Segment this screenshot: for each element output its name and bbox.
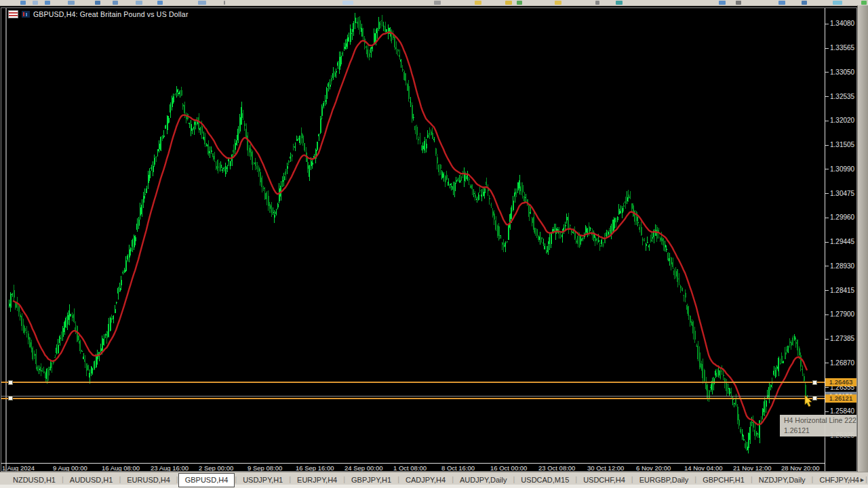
price-axis-label: 1.27385 <box>830 335 854 342</box>
object-tooltip: H4 Horizontal Line 2227 1.26121 <box>780 415 857 436</box>
time-axis-label: 23 Aug 16:00 <box>151 464 189 472</box>
price-tick <box>825 387 829 388</box>
horizontal-line-upper[interactable] <box>1 382 825 383</box>
chart-window: GBPUSD,H4: Great Britain Pound vs US Dol… <box>1 7 857 472</box>
tab-scroll-right-icon[interactable]: ► <box>859 476 865 484</box>
time-axis[interactable]: 1 Aug 20249 Aug 00:0016 Aug 08:0023 Aug … <box>1 464 825 471</box>
toolbar-icon-fragment <box>802 1 807 5</box>
tab-scroll-left-icon[interactable]: ◄ <box>846 476 852 484</box>
price-tick <box>825 169 829 169</box>
tab-gbpusd-h4[interactable]: GBPUSD,H4 <box>178 473 235 487</box>
price-axis-label: 1.25840 <box>830 407 854 415</box>
price-axis-label: 1.27900 <box>830 310 854 318</box>
price-tick <box>825 290 829 291</box>
toolbar-icon-fragment <box>45 1 50 5</box>
line-handle[interactable] <box>812 380 817 385</box>
mt4-application: { "window": { "title": "GBPUSD,H4: Great… <box>0 0 868 488</box>
bid-price-line <box>1 396 825 396</box>
toolbar-icon-fragment <box>224 1 225 5</box>
price-tick <box>825 339 829 340</box>
time-axis-label: 1 Oct 08:00 <box>393 464 427 472</box>
tab-gbpchf-h1[interactable]: GBPCHF,H1 <box>696 473 751 486</box>
price-tick <box>825 48 829 49</box>
tab-nzdusd-h1[interactable]: NZDUSD,H1 <box>7 473 62 486</box>
price-axis-label: 1.32535 <box>830 93 854 100</box>
tab-nzdjpy-daily[interactable]: NZDJPY,Daily <box>753 473 812 486</box>
toolbar-icon-fragment <box>434 1 441 5</box>
price-axis-label: 1.33050 <box>830 68 854 76</box>
toolbar-icon-fragment <box>736 1 741 5</box>
tab-cadjpy-h4[interactable]: CADJPY,H4 <box>399 473 452 486</box>
toolbar-icon-fragment <box>833 1 842 5</box>
price-tick <box>825 96 829 97</box>
toolbar-icon-fragment <box>113 1 118 5</box>
time-axis-label: 16 Oct 00:00 <box>490 464 527 472</box>
toolbar-icon-fragment <box>68 1 75 5</box>
price-axis-label: 1.33565 <box>830 44 854 52</box>
toolbar-icon-fragment <box>517 1 522 5</box>
moving-average-line[interactable] <box>14 32 807 425</box>
price-badge-line-upper: 1.26463 <box>825 378 856 386</box>
line-handle[interactable] <box>8 396 13 401</box>
price-tick <box>825 411 829 412</box>
time-axis-label: 9 Aug 00:00 <box>53 464 87 472</box>
mouse-cursor-icon <box>804 395 814 409</box>
price-axis-label: 1.28415 <box>830 287 854 294</box>
price-axis-label: 1.29445 <box>830 238 854 245</box>
time-axis-label: 9 Sep 08:00 <box>248 464 282 472</box>
chart-title-label: GBPUSD,H4: Great Britain Pound vs US Dol… <box>33 10 189 18</box>
window-right-edge <box>857 5 868 472</box>
toolbar-icon-fragment <box>95 1 100 5</box>
price-tick <box>825 266 829 266</box>
time-axis-label: 14 Nov 04:00 <box>684 464 723 472</box>
tab-eurusd-h4[interactable]: EURUSD,H4 <box>121 473 176 486</box>
time-axis-label: 6 Nov 20:00 <box>636 464 671 472</box>
chart-bars-icon <box>22 11 30 18</box>
time-axis-label: 23 Oct 08:00 <box>538 464 575 472</box>
toolbar-icon-fragment <box>861 1 867 5</box>
tab-scroll-buttons: ◄ ► <box>846 476 865 484</box>
tab-eurjpy-h4[interactable]: EURJPY,H4 <box>291 473 343 486</box>
toolbar-icon-fragment <box>616 1 623 5</box>
toolbar-icon-fragment <box>505 1 512 5</box>
price-tick <box>825 193 829 194</box>
tab-audjpy-daily[interactable]: AUDJPY,Daily <box>454 473 513 486</box>
time-axis-label: 2 Sep 00:00 <box>199 464 233 472</box>
tooltip-value: 1.26121 <box>784 426 856 436</box>
tab-usdcad-m15[interactable]: USDCAD,M15 <box>515 473 575 486</box>
tab-eurgbp-daily[interactable]: EURGBP,Daily <box>633 473 695 486</box>
price-tick <box>825 145 829 146</box>
price-tick <box>825 242 829 243</box>
price-axis-label: 1.30990 <box>830 165 854 173</box>
price-axis-label: 1.26870 <box>830 359 854 367</box>
tab-audusd-h1[interactable]: AUDUSD,H1 <box>64 473 119 486</box>
time-axis-label: 24 Sep 00:00 <box>344 464 383 472</box>
toolbar-icon-fragment <box>595 1 599 5</box>
price-badge-line-lower: 1.26121 <box>825 394 856 403</box>
tab-gbpjpy-h1[interactable]: GBPJPY,H1 <box>345 473 397 486</box>
time-axis-label: 30 Oct 12:00 <box>587 464 624 472</box>
chart-title: GBPUSD,H4: Great Britain Pound vs US Dol… <box>8 10 189 18</box>
price-tick <box>825 314 829 315</box>
price-axis-label: 1.28930 <box>830 262 854 270</box>
price-axis-label: 1.34080 <box>830 20 854 27</box>
price-tick <box>825 121 829 121</box>
line-handle[interactable] <box>8 380 13 385</box>
time-axis-label: 8 Oct 16:00 <box>441 464 475 472</box>
price-tick <box>825 24 829 24</box>
time-axis-label: 1 Aug 2024 <box>2 464 35 472</box>
tab-usdchf-h4[interactable]: USDCHF,H4 <box>577 473 631 486</box>
price-axis-label: 1.29960 <box>830 214 854 221</box>
toolbar-icon-fragment <box>555 1 561 5</box>
price-axis-label: 1.31505 <box>830 141 854 148</box>
price-tick <box>825 363 829 363</box>
horizontal-line-lower[interactable] <box>1 398 825 399</box>
toolbar-icon-fragment <box>20 1 26 5</box>
time-axis-label: 16 Aug 08:00 <box>102 464 140 472</box>
tab-usdjpy-h1[interactable]: USDJPY,H1 <box>237 473 289 486</box>
price-axis-label: 1.32020 <box>830 117 854 124</box>
toolbar-icon-fragment <box>198 1 206 5</box>
price-tick <box>825 218 829 218</box>
toolbar-icon-fragment <box>33 1 38 5</box>
price-axis-label: 1.30475 <box>830 190 854 197</box>
